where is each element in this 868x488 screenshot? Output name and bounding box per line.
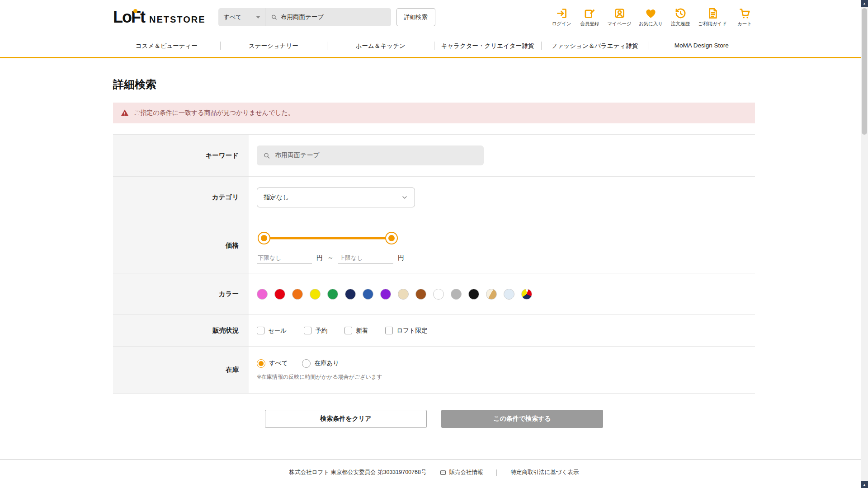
footer-divider <box>496 469 497 476</box>
chevron-down-icon <box>256 16 260 19</box>
color-swatch-yellow[interactable] <box>310 289 321 300</box>
color-swatches <box>257 289 532 300</box>
checkbox-new[interactable]: 新着 <box>344 327 368 335</box>
nav-item-stationery[interactable]: ステーショナリー <box>220 34 327 57</box>
color-swatch-brown[interactable] <box>415 289 426 300</box>
register-button[interactable]: 会員登録 <box>579 7 600 27</box>
nav-item-home-kitchen[interactable]: ホーム＆キッチン <box>327 34 434 57</box>
color-swatch-purple[interactable] <box>380 289 391 300</box>
user-guide-label: ご利用ガイド <box>698 21 727 27</box>
login-button[interactable]: ログイン <box>551 7 572 27</box>
nav-item-moma[interactable]: MoMA Design Store <box>648 34 755 57</box>
color-swatch-navy[interactable] <box>345 289 356 300</box>
site-header: LoFt NETSTORE すべて 詳細検索 ログイン <box>0 0 868 34</box>
color-swatch-red[interactable] <box>274 289 285 300</box>
checkbox-box[interactable] <box>257 327 264 334</box>
color-swatch-green[interactable] <box>327 289 338 300</box>
scrollbar-down-arrow[interactable]: ▲ <box>861 481 868 488</box>
checkbox-sale[interactable]: セール <box>257 327 287 335</box>
color-swatch-gray[interactable] <box>451 289 462 300</box>
header-utility-menu: ログイン 会員登録 マイページ お気に入り 注文履歴 ご利用ガイド <box>551 7 755 27</box>
no-results-alert: ご指定の条件に一致する商品が見つかりませんでした。 <box>113 103 755 123</box>
color-swatch-pink[interactable] <box>257 289 268 300</box>
price-min-unit: 円 <box>316 254 323 262</box>
history-icon <box>675 7 687 19</box>
search-icon <box>271 14 278 21</box>
register-label: 会員登録 <box>580 21 599 27</box>
checkbox-box[interactable] <box>344 327 352 334</box>
price-min-input[interactable] <box>257 253 312 263</box>
form-row-color: カラー <box>113 273 755 314</box>
category-select-value: 指定なし <box>264 193 289 202</box>
scrollbar-thumb[interactable] <box>862 8 867 135</box>
keyword-input[interactable] <box>275 152 477 159</box>
checkbox-new-label: 新着 <box>356 327 368 335</box>
site-logo[interactable]: LoFt NETSTORE <box>113 8 206 27</box>
header-search-input[interactable] <box>281 14 385 21</box>
radio-circle[interactable] <box>257 359 265 368</box>
color-swatch-white[interactable] <box>433 289 444 300</box>
footer-link-company-info[interactable]: 販売会社情報 <box>440 469 483 476</box>
mypage-icon <box>613 7 626 19</box>
color-swatch-beige[interactable] <box>398 289 409 300</box>
favorites-button[interactable]: お気に入り <box>639 7 663 27</box>
radio-stock-all[interactable]: すべて <box>257 359 288 368</box>
radio-stock-available[interactable]: 在庫あり <box>302 359 339 368</box>
mypage-button[interactable]: マイページ <box>607 7 631 27</box>
price-max-input[interactable] <box>338 253 393 263</box>
form-row-sales-status: 販売状況 セール 予約 新着 <box>113 314 755 346</box>
scrollbar[interactable]: ▲ ▲ <box>861 0 868 488</box>
order-history-label: 注文履歴 <box>671 21 690 27</box>
nav-item-cosmetics[interactable]: コスメ＆ビューティー <box>113 34 220 57</box>
price-range-slider[interactable] <box>258 232 398 244</box>
checkbox-box[interactable] <box>385 327 393 334</box>
scrollbar-up-arrow[interactable]: ▲ <box>861 0 868 7</box>
slider-handle-min[interactable] <box>258 232 270 244</box>
cart-label: カート <box>737 21 752 27</box>
price-separator: ～ <box>327 254 334 262</box>
footer-company-text: 株式会社ロフト 東京都公安委員会 第303319700768号 <box>289 469 427 476</box>
color-swatch-multicolor[interactable] <box>521 289 532 300</box>
form-row-stock: 在庫 すべて 在庫あり ※在庫情報の反映に時間がかかる場合がございます <box>113 346 755 393</box>
form-row-keyword: キーワード <box>113 135 755 176</box>
warning-icon <box>120 108 129 117</box>
site-footer: 株式会社ロフト 東京都公安委員会 第303319700768号 販売会社情報 特… <box>0 459 868 488</box>
logo-loft-word: LoFt <box>113 8 145 26</box>
clear-conditions-button[interactable]: 検索条件をクリア <box>265 410 427 428</box>
radio-stock-available-label: 在庫あり <box>314 359 339 367</box>
checkbox-preorder[interactable]: 予約 <box>304 327 327 335</box>
color-swatch-black[interactable] <box>468 289 479 300</box>
stock-row-label: 在庫 <box>113 347 249 393</box>
color-swatch-orange[interactable] <box>292 289 303 300</box>
color-swatch-blue[interactable] <box>363 289 373 300</box>
nav-item-fashion-variety[interactable]: ファッション＆バラエティ雑貨 <box>541 34 648 57</box>
footer-link-commerce-law[interactable]: 特定商取引法に基づく表示 <box>510 469 579 476</box>
color-swatch-clear[interactable] <box>504 289 514 300</box>
color-swatch-gold[interactable] <box>486 289 497 300</box>
checkbox-preorder-label: 予約 <box>315 327 327 335</box>
checkbox-box[interactable] <box>304 327 311 334</box>
stock-options: すべて 在庫あり <box>257 359 339 368</box>
order-history-button[interactable]: 注文履歴 <box>670 7 691 27</box>
slider-track <box>262 237 393 239</box>
checkbox-loft-exclusive[interactable]: ロフト限定 <box>385 327 427 335</box>
header-search-input-wrap <box>265 14 391 21</box>
nav-item-character-goods[interactable]: キャラクター・クリエイター雑貨 <box>434 34 541 57</box>
cart-button[interactable]: カート <box>734 7 755 27</box>
slider-handle-dot <box>261 235 267 241</box>
user-guide-button[interactable]: ご利用ガイド <box>698 7 727 27</box>
sales-status-options: セール 予約 新着 ロフト限定 <box>257 327 428 335</box>
chevron-down-icon <box>401 194 408 201</box>
sales-status-row-label: 販売状況 <box>113 315 249 346</box>
form-actions: 検索条件をクリア この条件で検索する <box>113 410 755 428</box>
logo-text-netstore: NETSTORE <box>149 14 206 25</box>
guide-document-icon <box>707 7 719 19</box>
search-with-conditions-button[interactable]: この条件で検索する <box>441 410 603 428</box>
keyword-field <box>257 145 484 165</box>
slider-handle-max[interactable] <box>385 232 398 244</box>
category-select[interactable]: 指定なし <box>257 188 415 207</box>
header-search-category-select[interactable]: すべて <box>218 8 265 26</box>
radio-circle[interactable] <box>302 359 311 368</box>
advanced-search-button[interactable]: 詳細検索 <box>396 8 435 26</box>
slider-handle-dot <box>388 235 395 241</box>
